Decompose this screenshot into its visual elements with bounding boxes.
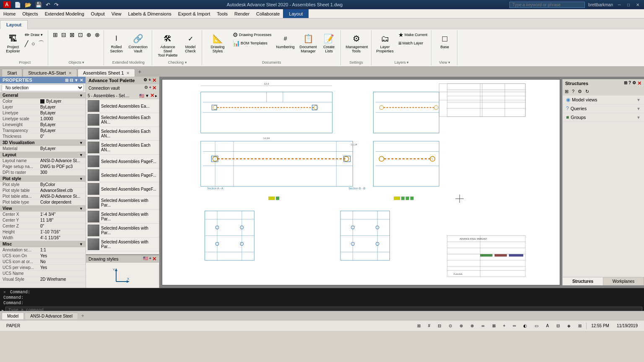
- palette-btn-settings[interactable]: ⚙: [143, 78, 147, 83]
- btn-project-explorer[interactable]: 🏗 ProjectExplorer: [4, 31, 22, 54]
- menu-view[interactable]: View: [108, 9, 125, 18]
- palette-item-6[interactable]: Selected Assemblies PageF...: [86, 182, 159, 196]
- btn-drawing-processes[interactable]: ⚙ Drawing Processes: [231, 31, 273, 39]
- tab-add[interactable]: +: [135, 67, 144, 77]
- status-iso[interactable]: ◈: [564, 323, 574, 329]
- menu-objects[interactable]: Objects: [19, 9, 41, 18]
- status-sel[interactable]: ▭: [532, 323, 541, 329]
- menu-render[interactable]: Render: [231, 9, 253, 18]
- section-view-title[interactable]: View ▼: [0, 205, 86, 212]
- status-dyn[interactable]: +: [500, 323, 509, 329]
- btn-advance-steel-tool[interactable]: 🛠 Advance SteelTool Palette: [156, 31, 180, 59]
- btn-arc[interactable]: ⌒: [37, 39, 45, 48]
- tab-structure-close[interactable]: ✕: [68, 71, 72, 75]
- ds-btn-add[interactable]: +: [149, 256, 151, 262]
- btn-management-tools[interactable]: ⚙ ManagementTools: [344, 31, 369, 54]
- search-input[interactable]: [509, 2, 585, 8]
- btn-model-check[interactable]: ✓ ModelCheck: [182, 31, 199, 54]
- prop-btn3[interactable]: ▼: [74, 78, 78, 83]
- palette-item-0[interactable]: Selected Assemblies Ea...: [86, 99, 159, 113]
- palette-btn-add[interactable]: +: [148, 78, 151, 83]
- status-clean[interactable]: ⊞: [575, 323, 584, 329]
- tab-structure[interactable]: Structure-AS-Start ✕: [23, 69, 77, 77]
- palette-item-10[interactable]: Selected Assemblies with Par...: [86, 238, 159, 251]
- tab-layout[interactable]: Layout: [0, 20, 28, 29]
- btn-base[interactable]: □ Base: [436, 31, 454, 50]
- struct-tb1[interactable]: ⊞: [564, 88, 570, 95]
- status-otrack[interactable]: ∞: [478, 323, 487, 329]
- section-general[interactable]: General ▼ Color ByLayer Layer ByLayer Li…: [0, 92, 86, 140]
- tab-assemblies[interactable]: Assemblies Sheet 1 ✕: [78, 69, 135, 77]
- palette-selector-close[interactable]: ✕: [150, 93, 154, 98]
- minimize-btn[interactable]: ─: [616, 2, 622, 8]
- section-plotstyle-title[interactable]: Plot style ▼: [0, 176, 86, 182]
- section-misc-title[interactable]: Misc ▼: [0, 241, 86, 247]
- btn-make-current[interactable]: ★ Make Current: [397, 31, 429, 39]
- structures-close-btn[interactable]: ✕: [637, 80, 641, 86]
- palette-btn-close[interactable]: ✕: [152, 78, 156, 83]
- section-layout[interactable]: Layout ▼ Layout name ANSI-D Advance St..…: [0, 152, 86, 176]
- struct-tab-structures[interactable]: Structures: [563, 277, 603, 285]
- bottom-tab-ansi[interactable]: ANSI-D Advance Steel: [25, 313, 78, 319]
- bottom-tab-model[interactable]: Model: [2, 313, 24, 319]
- menu-export[interactable]: Export & Import: [175, 9, 213, 18]
- tab-start[interactable]: Start: [2, 69, 22, 77]
- palette-item-8[interactable]: Selected Assemblies with Par...: [86, 210, 159, 224]
- palette-selector-scroll[interactable]: ▸: [155, 93, 157, 98]
- section-plotstyle[interactable]: Plot style ▼ Plot style ByColor Plot sty…: [0, 176, 86, 205]
- btn-connection-vault[interactable]: 🔗 ConnectionVault: [127, 31, 149, 54]
- prop-btn1[interactable]: ⊞: [65, 78, 68, 83]
- section-3dviz-title[interactable]: 3D Visualization ▼: [0, 140, 86, 146]
- ds-btn-close[interactable]: ✕: [152, 256, 156, 262]
- status-paper[interactable]: PAPER: [3, 323, 23, 329]
- palette-sub-btn2[interactable]: +: [149, 85, 151, 91]
- palette-item-9[interactable]: Selected Assemblies with Par...: [86, 224, 159, 238]
- palette-item-2[interactable]: Selected Assemblies Each AN...: [86, 127, 159, 141]
- btn-obj1[interactable]: ⊞: [52, 31, 59, 39]
- status-lw[interactable]: ═: [510, 323, 519, 329]
- qa-redo[interactable]: ↷: [53, 2, 60, 8]
- btn-create-lists[interactable]: 📝 CreateLists: [320, 31, 338, 54]
- palette-item-3[interactable]: Selected Assemblies Each AN...: [86, 141, 159, 155]
- menu-layout[interactable]: Layout: [283, 9, 309, 18]
- qa-new[interactable]: 📄: [13, 2, 22, 8]
- palette-item-5[interactable]: Selected Assemblies PageF...: [86, 168, 159, 182]
- struct-item-model-views[interactable]: ◉ Model views ▼: [563, 96, 644, 104]
- status-osnap[interactable]: ⊛: [457, 323, 466, 329]
- struct-tb3[interactable]: ⚙: [576, 88, 583, 95]
- btn-obj6[interactable]: ⊗: [93, 31, 101, 39]
- btn-circle[interactable]: ○: [30, 39, 36, 48]
- struct-btn3[interactable]: ⚙: [632, 80, 636, 86]
- btn-numbering[interactable]: # Numbering: [275, 31, 296, 50]
- btn-obj4[interactable]: ⊡: [77, 31, 84, 39]
- struct-btn1[interactable]: ⊞: [624, 80, 627, 86]
- bottom-tab-add[interactable]: +: [79, 312, 87, 320]
- palette-item-7[interactable]: Selected Assemblies with Par...: [86, 196, 159, 210]
- palette-item-4[interactable]: Selected Assemblies PageF...: [86, 155, 159, 168]
- menu-output[interactable]: Output: [88, 9, 108, 18]
- prop-btn4[interactable]: ✕: [80, 78, 83, 83]
- btn-bom-templates[interactable]: 📊 BOM Templates: [231, 39, 273, 47]
- section-misc[interactable]: Misc ▼ Annotation sc... 1:1 UCS icon On …: [0, 241, 86, 282]
- prop-btn2[interactable]: ⊟: [70, 78, 73, 83]
- section-general-title[interactable]: General ▼: [0, 92, 86, 98]
- status-aec[interactable]: ⊠: [489, 323, 499, 329]
- status-polar[interactable]: ⊙: [446, 323, 455, 329]
- btn-rolled-section[interactable]: Ι RolledSection: [107, 31, 125, 54]
- palette-sub-btn1[interactable]: ⚙: [144, 85, 148, 91]
- menu-ext-modeling[interactable]: Extended Modeling: [42, 9, 88, 18]
- qa-open[interactable]: 📂: [23, 2, 33, 8]
- menu-tools[interactable]: Tools: [213, 9, 231, 18]
- menu-labels[interactable]: Labels & Dimensions: [125, 9, 175, 18]
- status-ortho[interactable]: ⊟: [435, 323, 444, 329]
- btn-draw[interactable]: ✏ Draw ▾: [23, 31, 45, 39]
- struct-tab-workplanes[interactable]: Workplanes: [603, 277, 644, 285]
- btn-document-manager[interactable]: 📋 DocumentManager: [298, 31, 319, 54]
- struct-btn2[interactable]: ?: [628, 80, 631, 86]
- canvas-area[interactable]: 12-2: [159, 77, 644, 288]
- btn-obj3[interactable]: ⊠: [68, 31, 76, 39]
- status-grid[interactable]: #: [425, 323, 434, 329]
- menu-collaborate[interactable]: Collaborate: [253, 9, 283, 18]
- cmd-input[interactable]: [5, 307, 642, 311]
- palette-item-1[interactable]: Selected Assemblies Each AN...: [86, 113, 159, 127]
